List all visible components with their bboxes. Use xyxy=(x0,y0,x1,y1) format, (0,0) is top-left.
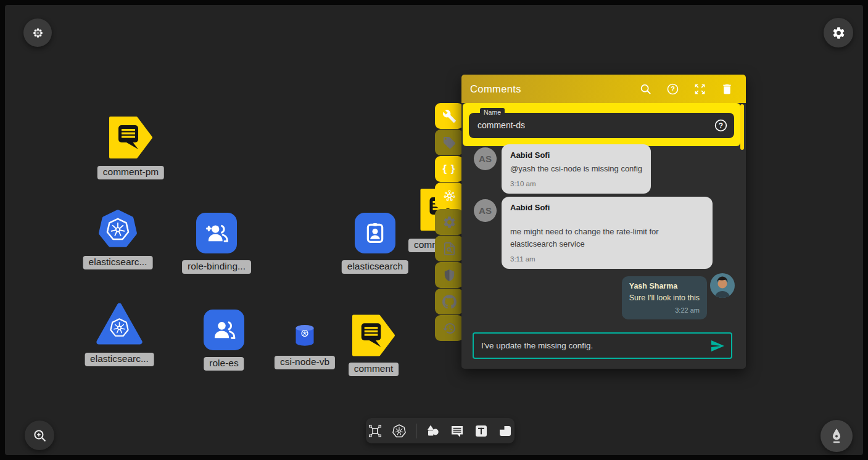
panel-scrollbar-thumb[interactable] xyxy=(740,104,744,150)
shapes-icon[interactable] xyxy=(426,424,440,438)
avatar-photo xyxy=(710,273,735,298)
comment-composer xyxy=(473,332,732,359)
history-button[interactable] xyxy=(435,315,463,341)
node-label: elasticsearc... xyxy=(85,353,154,366)
gear-icon xyxy=(832,26,846,40)
message-text: Sure I'll look into this xyxy=(629,292,700,304)
expand-icon[interactable] xyxy=(693,83,706,96)
kubernetes-icon xyxy=(97,208,138,249)
shield-icon xyxy=(442,268,457,282)
github-icon xyxy=(442,295,457,309)
node-action-toolbar: { } xyxy=(435,103,463,342)
comments-panel: Comments Name comment-ds AS Aabid Sofi xyxy=(461,75,746,369)
mesh-hub-button[interactable] xyxy=(435,183,463,208)
message-author: Aabid Sofi xyxy=(510,203,704,212)
history-icon xyxy=(442,321,457,335)
panel-title: Comments xyxy=(470,83,625,95)
tag-icon xyxy=(442,136,457,150)
comment-message: Aabid Sofi me might need to change the r… xyxy=(502,197,713,269)
settings-action-button[interactable] xyxy=(435,209,463,235)
kubernetes-triangle-icon xyxy=(96,303,143,345)
node-label: elasticsearc... xyxy=(83,256,153,269)
name-field-label: Name xyxy=(480,108,505,117)
file-search-icon xyxy=(442,242,457,256)
message-text: me might need to change the rate-limit f… xyxy=(510,226,704,250)
json-button[interactable]: { } xyxy=(435,156,463,182)
settings-button[interactable] xyxy=(824,18,853,47)
role-binding-icon xyxy=(196,213,237,253)
node-label: elasticsearch xyxy=(342,260,408,274)
name-input[interactable]: Name comment-ds xyxy=(469,113,734,138)
node-comment[interactable]: comment xyxy=(352,314,395,357)
avatar: AS xyxy=(474,199,497,222)
configure-button[interactable] xyxy=(435,103,463,129)
avatar-initials: AS xyxy=(479,154,492,164)
wrench-icon xyxy=(442,109,457,123)
avatar-initials: AS xyxy=(479,205,492,216)
comment-tool-icon[interactable] xyxy=(450,424,465,438)
comment-input[interactable] xyxy=(474,341,710,350)
zoom-in-icon xyxy=(32,428,48,443)
application-window: comm comment-pm elasticsearc... xyxy=(0,0,868,460)
label-button[interactable] xyxy=(435,129,463,155)
node-role-es[interactable]: role-es xyxy=(204,310,244,350)
node-label: comment-pm xyxy=(97,166,164,179)
node-elasticsearch-serviceaccount[interactable]: elasticsearch xyxy=(355,213,395,253)
pen-tool-button[interactable] xyxy=(820,420,853,452)
send-icon[interactable] xyxy=(710,339,725,353)
github-button[interactable] xyxy=(435,289,463,314)
node-label: role-binding... xyxy=(182,260,251,274)
node-label: role-es xyxy=(204,357,244,371)
node-comment-pm[interactable]: comment-pm xyxy=(109,116,153,159)
name-field-block: Name comment-ds xyxy=(463,103,740,146)
zoom-button[interactable] xyxy=(25,421,54,450)
image-tool-icon[interactable] xyxy=(498,424,513,438)
toolbar-divider xyxy=(416,424,416,438)
comment-message: Aabid Sofi @yash the csi-node is missing… xyxy=(502,144,651,194)
comment-node-icon xyxy=(352,314,395,357)
name-field-value: comment-ds xyxy=(469,113,734,138)
braces-icon: { } xyxy=(443,163,456,175)
message-time: 3:10 am xyxy=(510,180,642,187)
delete-icon[interactable] xyxy=(721,83,734,96)
node-elasticsearch-triangle[interactable]: elasticsearc... xyxy=(96,303,143,345)
mesh-hub-icon xyxy=(442,189,457,203)
node-role-binding[interactable]: role-binding... xyxy=(196,213,237,253)
canvas-tools-toolbar xyxy=(366,418,515,443)
node-label: csi-node-vb xyxy=(275,356,335,369)
help-icon[interactable] xyxy=(714,118,728,133)
comment-message-reply: Yash Sharma Sure I'll look into this 3:2… xyxy=(622,276,707,319)
comment-node-icon xyxy=(109,116,153,159)
message-time: 3:11 am xyxy=(510,255,704,263)
inspect-resource-button[interactable] xyxy=(435,236,463,261)
storage-cylinder-icon xyxy=(293,324,316,347)
avatar: AS xyxy=(474,147,497,170)
message-author: Aabid Sofi xyxy=(510,150,642,160)
gear-icon xyxy=(442,215,457,229)
node-csi-node-vb[interactable]: csi-node-vb xyxy=(293,324,316,347)
security-button[interactable] xyxy=(435,262,463,288)
message-text: @yash the csi-node is missing config xyxy=(510,163,642,175)
kubernetes-icon[interactable] xyxy=(392,424,407,438)
search-icon[interactable] xyxy=(639,83,652,96)
role-icon xyxy=(204,310,244,350)
help-icon[interactable] xyxy=(666,83,679,96)
flower-burst-icon xyxy=(31,27,44,39)
node-elasticsearch-heptagon[interactable]: elasticsearc... xyxy=(97,208,138,249)
app-menu-button[interactable] xyxy=(23,18,52,47)
node-label: comment xyxy=(349,363,399,376)
message-time: 3:22 am xyxy=(629,306,700,314)
design-canvas[interactable]: comm comment-pm elasticsearc... xyxy=(5,5,863,455)
text-tool-icon[interactable] xyxy=(474,424,489,438)
design-graph-icon[interactable] xyxy=(368,424,382,438)
service-account-icon xyxy=(355,213,395,253)
comments-panel-header[interactable]: Comments xyxy=(461,75,746,103)
pen-nib-icon xyxy=(828,427,845,445)
message-author: Yash Sharma xyxy=(629,282,700,290)
